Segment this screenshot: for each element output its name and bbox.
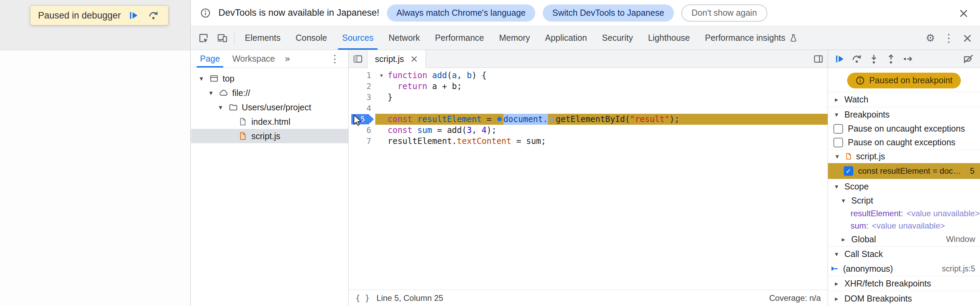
line-number[interactable]: 7 — [348, 136, 375, 147]
debugger-toolbar — [828, 50, 980, 68]
chevron-right-icon: ▸ — [840, 236, 847, 242]
tab-console[interactable]: Console — [288, 26, 334, 50]
checkbox-checked[interactable]: ✓ — [844, 166, 853, 176]
checkbox-pause-uncaught[interactable]: Pause on uncaught exceptions — [828, 122, 980, 136]
always-match-language-button[interactable]: Always match Chrome's language — [387, 5, 535, 22]
resume-button[interactable] — [832, 51, 847, 67]
step-button[interactable] — [900, 51, 916, 67]
line-number[interactable]: 2 — [348, 81, 375, 92]
tab-performance-insights[interactable]: Performance insights — [697, 26, 805, 50]
deactivate-breakpoints-button[interactable] — [961, 51, 976, 67]
chevron-down-icon: ▾ — [840, 198, 847, 204]
code-line[interactable]: 7 resultElement.textContent = sum; — [348, 136, 827, 147]
checkbox-pause-caught[interactable]: Pause on caught exceptions — [828, 136, 980, 150]
highlighted-token: document. — [503, 114, 548, 125]
navigator-tab-workspace[interactable]: Workspace — [226, 50, 281, 67]
section-watch[interactable]: ▸ Watch — [828, 92, 980, 107]
line-number[interactable]: 1 — [348, 70, 375, 81]
screen: Paused in debugger DevTools is now avail… — [0, 0, 980, 306]
chevron-down-icon: ▾ — [833, 183, 840, 190]
scope-script-group[interactable]: ▾ Script — [828, 194, 980, 208]
toggle-debugger-sidebar-icon[interactable] — [809, 50, 827, 67]
editor-tabstrip: script.js × — [348, 50, 827, 68]
tree-item-index-html[interactable]: index.html — [191, 115, 348, 129]
navigator-menu-icon[interactable]: ⋮ — [324, 54, 345, 64]
tab-security[interactable]: Security — [595, 26, 640, 50]
navigator-tab-page[interactable]: Page — [194, 50, 226, 67]
editor-pane: script.js × 1 ▾function add(a, b) { — [348, 50, 828, 306]
code-line[interactable]: 3 } — [348, 92, 827, 103]
close-tab-icon[interactable]: × — [410, 54, 418, 64]
step-out-button[interactable] — [883, 51, 899, 67]
switch-devtools-japanese-button[interactable]: Switch DevTools to Japanese — [543, 5, 674, 22]
infobar-close-icon[interactable]: × — [956, 6, 971, 19]
resume-script-icon[interactable] — [126, 8, 141, 22]
file-tab-script-js[interactable]: script.js × — [367, 50, 426, 68]
code-line[interactable]: 6 const sum = add(3, 4); — [348, 125, 827, 136]
breakpoint-snippet[interactable]: const resultElement = doc… — [858, 166, 965, 176]
execution-position-marker-icon — [497, 117, 502, 121]
checkbox-unchecked[interactable] — [834, 124, 843, 134]
breakpoint-group-script-js[interactable]: ▾ script.js — [828, 150, 980, 163]
tab-network[interactable]: Network — [381, 26, 428, 50]
call-stack-frame[interactable]: (anonymous) script.js:5 — [828, 261, 980, 276]
more-tabs-icon[interactable]: » — [281, 54, 294, 64]
close-devtools-icon[interactable]: × — [958, 29, 977, 47]
breakpoint-gutter[interactable]: 5 — [348, 114, 375, 124]
code-line-paused[interactable]: 5 const resultElement = document.getElem… — [348, 114, 827, 125]
sources-navigator: Page Workspace » ⋮ ▾ top ▾ — [191, 50, 348, 306]
devtools-window: DevTools is now available in Japanese! A… — [191, 0, 980, 306]
tab-elements[interactable]: Elements — [237, 26, 288, 50]
section-scope[interactable]: ▾ Scope — [828, 179, 980, 194]
tab-application[interactable]: Application — [538, 26, 595, 50]
tabbar-right-controls: ⚙ ⋮ × — [921, 29, 977, 47]
breakpoint-badge[interactable]: 5 — [351, 114, 374, 124]
code-line[interactable]: 1 ▾function add(a, b) { — [348, 70, 827, 81]
tree-item-script-js[interactable]: script.js — [191, 129, 348, 143]
code-editor[interactable]: 1 ▾function add(a, b) { 2 return a + b; … — [348, 68, 827, 290]
flask-icon — [789, 33, 798, 43]
file-tree: ▾ top ▾ file:// ▾ — [191, 68, 348, 143]
paused-banner-label: Paused in debugger — [38, 10, 121, 21]
code-line[interactable]: 4 — [348, 103, 827, 114]
language-infobar: DevTools is now available in Japanese! A… — [191, 0, 980, 26]
line-number[interactable]: 4 — [348, 103, 375, 114]
checkbox-unchecked[interactable] — [834, 138, 843, 147]
step-over-button[interactable] — [849, 51, 864, 67]
line-number[interactable]: 3 — [348, 92, 375, 103]
fold-arrow-icon[interactable]: ▾ — [375, 73, 388, 78]
paused-in-debugger-banner: Paused in debugger — [30, 5, 169, 26]
step-into-button[interactable] — [866, 51, 881, 67]
step-over-icon[interactable] — [146, 8, 161, 22]
chevron-down-icon: ▾ — [834, 153, 841, 160]
tab-sources[interactable]: Sources — [334, 26, 381, 50]
dont-show-again-button[interactable]: Don't show again — [681, 5, 767, 22]
tree-item-top[interactable]: ▾ top — [191, 71, 348, 86]
toggle-navigator-icon[interactable] — [348, 50, 367, 67]
section-dom-breakpoints[interactable]: ▸ DOM Breakpoints — [828, 291, 980, 306]
chevron-down-icon: ▾ — [833, 251, 840, 257]
editor-tabstrip-right — [809, 50, 827, 67]
tab-performance[interactable]: Performance — [427, 26, 492, 50]
scope-global-group[interactable]: ▸ Global Window — [828, 232, 980, 246]
pretty-print-icon[interactable]: { } — [355, 294, 370, 303]
tree-item-file-protocol[interactable]: ▾ file:// — [191, 86, 348, 100]
tree-item-project-folder[interactable]: ▾ Users/user/project — [191, 100, 348, 115]
settings-gear-icon[interactable]: ⚙ — [921, 29, 940, 47]
folder-icon — [228, 102, 238, 112]
code-line[interactable]: 2 return a + b; — [348, 81, 827, 92]
frame-icon — [209, 73, 219, 84]
more-options-icon[interactable]: ⋮ — [940, 29, 958, 47]
breakpoint-file-icon — [845, 152, 853, 160]
chevron-down-icon: ▾ — [207, 89, 215, 96]
section-xhr-breakpoints[interactable]: ▸ XHR/fetch Breakpoints — [828, 276, 980, 291]
breakpoint-entry[interactable]: ✓ const resultElement = doc… 5 — [828, 163, 980, 179]
navigator-tabs: Page Workspace » ⋮ — [191, 50, 348, 68]
section-call-stack[interactable]: ▾ Call Stack — [828, 246, 980, 261]
inspect-element-icon[interactable] — [194, 29, 213, 47]
device-toolbar-icon[interactable] — [213, 29, 231, 47]
section-breakpoints[interactable]: ▾ Breakpoints — [828, 107, 980, 122]
tab-lighthouse[interactable]: Lighthouse — [640, 26, 697, 50]
tab-memory[interactable]: Memory — [492, 26, 537, 50]
line-number[interactable]: 6 — [348, 125, 375, 136]
